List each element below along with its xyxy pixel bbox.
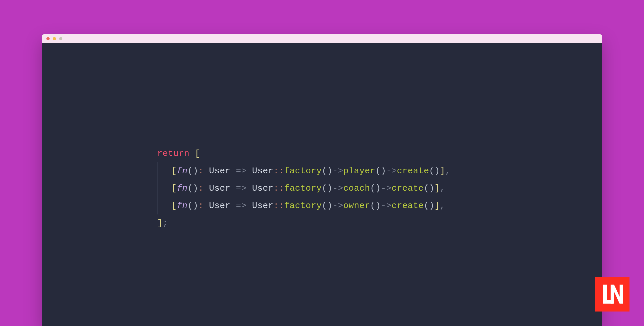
- code-block: return [ [fn(): User => User::factory()-…: [157, 145, 602, 232]
- code-line-return: return [: [157, 149, 200, 159]
- code-line-1: [fn(): User => User::factory()->player()…: [157, 166, 451, 176]
- traffic-light-close-icon[interactable]: [46, 37, 50, 40]
- ln-logo-icon: [600, 282, 625, 307]
- code-editor[interactable]: return [ [fn(): User => User::factory()-…: [42, 43, 602, 326]
- indent-guide-icon: [157, 162, 158, 180]
- window-titlebar: [42, 34, 602, 43]
- indent-guide-icon: [157, 180, 158, 197]
- open-bracket: [: [195, 149, 200, 159]
- traffic-light-zoom-icon[interactable]: [59, 37, 62, 40]
- laravel-news-logo: [595, 277, 629, 312]
- indent-guide-icon: [157, 197, 158, 214]
- editor-window: return [ [fn(): User => User::factory()-…: [42, 34, 602, 326]
- code-line-2: [fn(): User => User::factory()->coach()-…: [157, 183, 445, 193]
- keyword-return: return: [157, 149, 189, 159]
- semicolon: ;: [163, 218, 168, 228]
- code-line-close: ];: [157, 218, 168, 228]
- code-line-3: [fn(): User => User::factory()->owner()-…: [157, 201, 445, 211]
- close-bracket: ]: [157, 218, 163, 228]
- traffic-light-minimize-icon[interactable]: [53, 37, 56, 40]
